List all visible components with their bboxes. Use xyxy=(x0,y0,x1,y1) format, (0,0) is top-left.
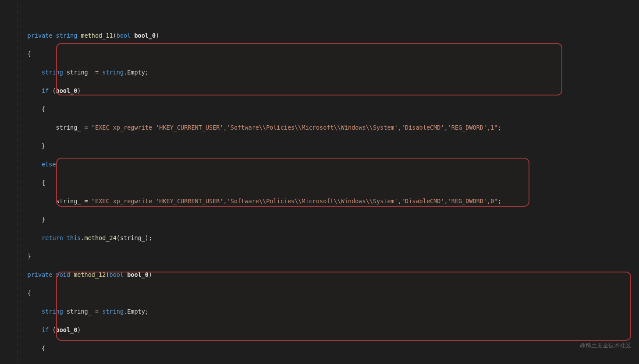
code-line: } xyxy=(13,215,639,224)
code-line: if (bool_0) xyxy=(13,86,639,95)
code-line: { xyxy=(13,105,639,114)
code-editor[interactable]: private string method_11(bool bool_0) { … xyxy=(0,0,639,364)
code-line: return this.method_24(string_); xyxy=(13,233,639,243)
watermark-text: @稀土掘金技术社区 xyxy=(580,341,631,350)
code-line: else xyxy=(13,160,639,169)
code-line: private string method_11(bool bool_0) xyxy=(13,31,639,40)
code-line: { xyxy=(13,289,639,298)
code-line: string_ = "EXEC xp_regwrite 'HKEY_LOCAL_… xyxy=(13,362,639,364)
code-line: { xyxy=(13,178,639,187)
code-line: string string_ = string.Empty; xyxy=(13,307,639,316)
code-line: string_ = "EXEC xp_regwrite 'HKEY_CURREN… xyxy=(13,123,639,132)
code-line: { xyxy=(13,344,639,353)
code-line: { xyxy=(13,49,639,59)
code-line: } xyxy=(13,252,639,261)
code-line: private void method_12(bool bool_0) xyxy=(13,270,639,279)
code-line: string_ = "EXEC xp_regwrite 'HKEY_CURREN… xyxy=(13,197,639,206)
code-line: } xyxy=(13,141,639,151)
code-line: string string_ = string.Empty; xyxy=(13,68,639,77)
code-line: if (bool_0) xyxy=(13,325,639,335)
